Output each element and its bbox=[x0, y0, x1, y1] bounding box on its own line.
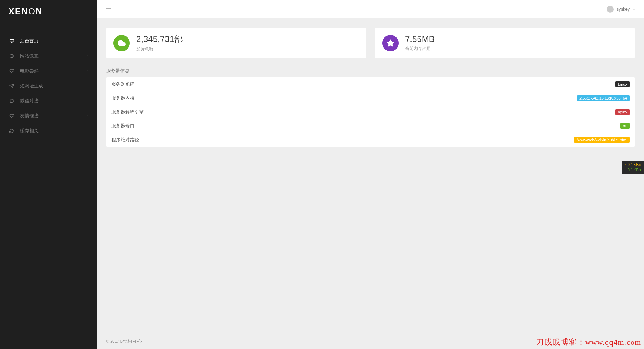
sidebar-item-movies[interactable]: 电影尝鲜 › bbox=[0, 64, 97, 79]
info-label: 服务器解释引擎 bbox=[111, 109, 144, 115]
table-row: 服务器系统 Linux bbox=[106, 77, 635, 91]
info-label: 程序绝对路径 bbox=[111, 137, 139, 143]
sidebar-item-links[interactable]: 友情链接 › bbox=[0, 108, 97, 123]
stat-value: 2,345,731部 bbox=[136, 34, 183, 45]
globe-icon bbox=[9, 53, 15, 59]
sidebar-item-label: 缓存相关 bbox=[20, 128, 39, 134]
monitor-icon bbox=[9, 38, 15, 44]
status-badge: /www/web/weixin/public_html bbox=[574, 137, 630, 143]
sidebar-item-site-settings[interactable]: 网站设置 › bbox=[0, 49, 97, 64]
table-row: 服务器解释引擎 nginx bbox=[106, 105, 635, 119]
status-badge: 80 bbox=[620, 123, 630, 129]
footer-text: © 2017 BY:淡心心心 bbox=[106, 339, 142, 343]
sidebar-item-dashboard[interactable]: 后台首页 bbox=[0, 34, 97, 49]
heart-icon bbox=[9, 113, 15, 119]
chat-icon bbox=[9, 98, 15, 104]
sidebar-item-cache[interactable]: 缓存相关 bbox=[0, 123, 97, 138]
info-label: 服务器端口 bbox=[111, 123, 134, 129]
sidebar-item-wechat[interactable]: 微信对接 bbox=[0, 93, 97, 108]
chevron-down-icon: ⌄ bbox=[633, 7, 635, 11]
status-badge: Linux bbox=[615, 81, 630, 87]
stat-value: 7.55MB bbox=[405, 34, 435, 44]
cloud-icon bbox=[113, 35, 130, 51]
watermark: 刀贱贱博客：www.qq4m.com bbox=[536, 337, 641, 348]
sidebar-item-label: 微信对接 bbox=[20, 98, 39, 104]
sidebar-nav: 后台首页 网站设置 › 电影尝鲜 › 短网址生成 微信对接 bbox=[0, 34, 97, 138]
avatar bbox=[607, 6, 614, 13]
refresh-icon bbox=[9, 128, 15, 134]
network-widget: ↑0.1 KB/s ↓0.1 KB/s bbox=[622, 161, 644, 174]
sidebar-item-shorturl[interactable]: 短网址生成 bbox=[0, 79, 97, 93]
server-info-title: 服务器信息 bbox=[106, 67, 635, 74]
sidebar-item-label: 短网址生成 bbox=[20, 83, 43, 89]
stats-row: 2,345,731部 影片总数 7.55MB 当前内存占用 bbox=[106, 28, 635, 58]
status-badge: 2.6.32-642.15.1.el6.x86_64 bbox=[577, 95, 630, 101]
stat-card-memory: 7.55MB 当前内存占用 bbox=[375, 28, 635, 58]
stat-label: 当前内存占用 bbox=[405, 46, 435, 52]
chevron-right-icon: › bbox=[87, 69, 88, 73]
table-row: 服务器内核 2.6.32-642.15.1.el6.x86_64 bbox=[106, 91, 635, 105]
svg-rect-0 bbox=[10, 39, 14, 42]
user-menu[interactable]: syskey ⌄ bbox=[607, 6, 635, 13]
arrow-down-icon: ↓ bbox=[624, 168, 626, 172]
sidebar-item-label: 电影尝鲜 bbox=[20, 68, 39, 74]
send-icon bbox=[9, 83, 15, 89]
net-upload: ↑0.1 KB/s bbox=[624, 162, 641, 167]
chevron-right-icon: › bbox=[87, 114, 88, 118]
table-row: 程序绝对路径 /www/web/weixin/public_html bbox=[106, 133, 635, 147]
content-area: 2,345,731部 影片总数 7.55MB 当前内存占用 服务器信息 服务器系… bbox=[97, 19, 644, 334]
topbar: syskey ⌄ bbox=[97, 0, 644, 19]
menu-toggle-icon[interactable] bbox=[106, 6, 111, 13]
stat-card-movies: 2,345,731部 影片总数 bbox=[106, 28, 366, 58]
status-badge: nginx bbox=[615, 109, 630, 115]
chevron-right-icon: › bbox=[87, 54, 88, 58]
arrow-up-icon: ↑ bbox=[624, 163, 626, 167]
table-row: 服务器端口 80 bbox=[106, 119, 635, 133]
sidebar: XENON 后台首页 网站设置 › 电影尝鲜 › 短网址生成 bbox=[0, 0, 97, 349]
svg-marker-8 bbox=[387, 40, 394, 46]
stat-label: 影片总数 bbox=[136, 46, 183, 52]
main-area: syskey ⌄ 2,345,731部 影片总数 7.55MB 当前内存占 bbox=[97, 0, 644, 349]
server-info-table: 服务器系统 Linux 服务器内核 2.6.32-642.15.1.el6.x8… bbox=[106, 77, 635, 147]
star-icon bbox=[382, 35, 399, 51]
info-label: 服务器内核 bbox=[111, 95, 134, 101]
sidebar-item-label: 后台首页 bbox=[20, 38, 39, 44]
username-label: syskey bbox=[617, 7, 630, 12]
sidebar-item-label: 友情链接 bbox=[20, 113, 39, 119]
net-download: ↓0.1 KB/s bbox=[624, 167, 641, 173]
brand-logo: XENON bbox=[0, 0, 97, 23]
sidebar-item-label: 网站设置 bbox=[20, 53, 39, 59]
info-label: 服务器系统 bbox=[111, 81, 134, 87]
heart-icon bbox=[9, 68, 15, 74]
